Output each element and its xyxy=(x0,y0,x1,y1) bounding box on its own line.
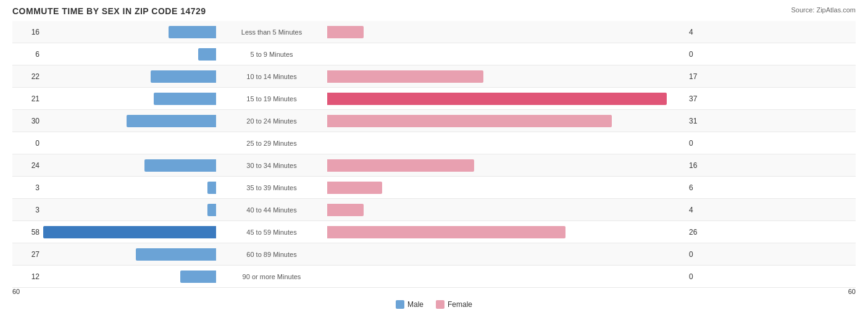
female-value: 17 xyxy=(685,72,716,81)
legend: Male Female xyxy=(12,300,856,309)
legend-male: Male xyxy=(396,300,424,309)
male-bar-area xyxy=(43,226,216,238)
row-label: 30 to 34 Minutes xyxy=(216,162,327,169)
male-bar-area xyxy=(43,159,216,172)
female-value: 16 xyxy=(685,161,716,170)
table-row: 12 90 or more Minutes 0 xyxy=(12,266,856,288)
row-label: Less than 5 Minutes xyxy=(216,28,327,36)
bar-female xyxy=(327,204,364,216)
female-bar-area xyxy=(327,115,685,127)
rows-area: 16 Less than 5 Minutes 4 6 5 to 9 Minute… xyxy=(12,21,856,288)
male-bar-area xyxy=(43,93,216,105)
table-row: 30 20 to 24 Minutes 31 xyxy=(12,110,856,132)
table-row: 3 35 to 39 Minutes 6 xyxy=(12,177,856,199)
legend-female-box xyxy=(436,300,444,309)
female-bar-area xyxy=(327,137,685,149)
table-row: 0 25 to 29 Minutes 0 xyxy=(12,132,856,154)
bar-male xyxy=(127,115,216,127)
male-bar-area xyxy=(43,70,216,83)
table-row: 6 5 to 9 Minutes 0 xyxy=(12,43,856,65)
bar-male xyxy=(198,48,216,61)
female-value: 0 xyxy=(685,139,716,148)
female-value: 6 xyxy=(685,183,716,192)
male-bar-area xyxy=(43,115,216,127)
table-row: 58 45 to 59 Minutes 26 xyxy=(12,221,856,243)
female-bar-area xyxy=(327,48,685,61)
male-value: 30 xyxy=(12,117,43,125)
row-label: 35 to 39 Minutes xyxy=(216,184,327,191)
bar-female xyxy=(327,115,612,127)
bar-female xyxy=(327,182,382,194)
male-bar-area xyxy=(43,271,216,283)
male-bar-area xyxy=(43,182,216,194)
bar-male xyxy=(144,159,216,172)
female-bar-area xyxy=(327,182,685,194)
bar-male xyxy=(43,226,216,238)
male-value: 16 xyxy=(12,28,43,36)
male-bar-area xyxy=(43,26,216,38)
female-bar-area xyxy=(327,93,685,105)
bar-female xyxy=(327,226,565,238)
male-bar-area xyxy=(43,204,216,216)
female-value: 4 xyxy=(685,206,716,214)
female-bar-area xyxy=(327,159,685,172)
bar-female xyxy=(327,26,364,38)
bar-male xyxy=(136,248,216,261)
bar-male xyxy=(169,26,216,38)
table-row: 22 10 to 14 Minutes 17 xyxy=(12,65,856,88)
female-value: 26 xyxy=(685,228,716,237)
bar-female xyxy=(327,93,667,105)
male-bar-area xyxy=(43,248,216,261)
row-label: 20 to 24 Minutes xyxy=(216,117,327,125)
row-label: 40 to 44 Minutes xyxy=(216,206,327,214)
chart-container: COMMUTE TIME BY SEX IN ZIP CODE 14729 So… xyxy=(0,0,868,323)
legend-female: Female xyxy=(436,300,472,309)
female-bar-area xyxy=(327,248,685,261)
bar-male xyxy=(207,182,216,194)
row-label: 25 to 29 Minutes xyxy=(216,140,327,147)
male-value: 58 xyxy=(12,228,43,237)
male-value: 0 xyxy=(12,139,43,148)
legend-female-label: Female xyxy=(448,300,472,309)
table-row: 16 Less than 5 Minutes 4 xyxy=(12,21,856,43)
bar-female xyxy=(327,70,483,83)
male-value: 6 xyxy=(12,50,43,59)
female-value: 0 xyxy=(685,50,716,59)
female-bar-area xyxy=(327,70,685,83)
legend-male-label: Male xyxy=(407,300,424,309)
male-value: 3 xyxy=(12,183,43,192)
female-value: 0 xyxy=(685,272,716,281)
male-value: 12 xyxy=(12,272,43,281)
female-value: 31 xyxy=(685,117,716,125)
female-value: 37 xyxy=(685,94,716,103)
chart-title: COMMUTE TIME BY SEX IN ZIP CODE 14729 xyxy=(12,6,856,16)
male-value: 27 xyxy=(12,250,43,259)
bar-female xyxy=(327,159,474,172)
female-value: 4 xyxy=(685,28,716,36)
female-bar-area xyxy=(327,226,685,238)
male-value: 24 xyxy=(12,161,43,170)
axis-labels: 60 60 xyxy=(12,288,856,296)
female-bar-area xyxy=(327,204,685,216)
table-row: 27 60 to 89 Minutes 0 xyxy=(12,243,856,266)
male-value: 21 xyxy=(12,94,43,103)
female-bar-area xyxy=(327,26,685,38)
male-bar-area xyxy=(43,137,216,149)
bar-male xyxy=(180,271,216,283)
bar-male xyxy=(207,204,216,216)
bar-male xyxy=(151,70,216,83)
row-label: 90 or more Minutes xyxy=(216,273,327,280)
male-value: 3 xyxy=(12,206,43,214)
row-label: 5 to 9 Minutes xyxy=(216,51,327,58)
row-label: 10 to 14 Minutes xyxy=(216,73,327,80)
row-label: 15 to 19 Minutes xyxy=(216,95,327,103)
male-bar-area xyxy=(43,48,216,61)
row-label: 60 to 89 Minutes xyxy=(216,251,327,258)
male-value: 22 xyxy=(12,72,43,81)
row-label: 45 to 59 Minutes xyxy=(216,229,327,236)
axis-left: 60 xyxy=(12,288,20,295)
source-label: Source: ZipAtlas.com xyxy=(791,6,856,14)
axis-right: 60 xyxy=(848,288,856,295)
legend-male-box xyxy=(396,300,404,309)
table-row: 21 15 to 19 Minutes 37 xyxy=(12,88,856,110)
